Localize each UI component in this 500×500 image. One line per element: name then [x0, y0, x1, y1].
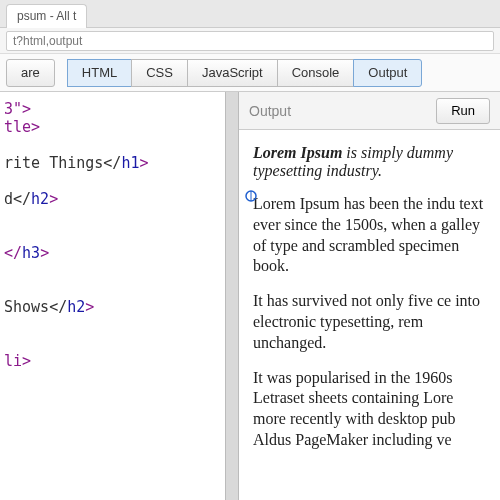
run-button[interactable]: Run: [436, 98, 490, 124]
tab-css[interactable]: CSS: [131, 59, 188, 87]
browser-tab-strip: psum - All t: [0, 0, 500, 28]
intro-paragraph: Lorem Ipsum is simply dummy typesetting …: [253, 144, 486, 180]
code-text: d</h2>: [4, 190, 58, 208]
tab-output[interactable]: Output: [353, 59, 422, 87]
pane-divider[interactable]: [225, 92, 239, 500]
paragraph: It has survived not only five ce into el…: [253, 291, 486, 353]
text-cursor-icon: [245, 188, 257, 200]
url-bar: [0, 28, 500, 54]
paragraph: Lorem Ipsum has been the indu text ever …: [253, 194, 486, 277]
code-editor[interactable]: 3"> tle> rite Things</h1> d</h2> </h3> S…: [0, 92, 225, 500]
toolbar: are HTML CSS JavaScript Console Output: [0, 54, 500, 92]
code-text: 3">: [4, 100, 31, 118]
output-label: Output: [249, 103, 291, 119]
tab-javascript[interactable]: JavaScript: [187, 59, 278, 87]
code-text: rite Things</h1>: [4, 154, 149, 172]
output-body: Lorem Ipsum is simply dummy typesetting …: [239, 130, 500, 500]
paragraph: It was popularised in the 1960s Letraset…: [253, 368, 486, 451]
tab-html[interactable]: HTML: [67, 59, 132, 87]
tab-console[interactable]: Console: [277, 59, 355, 87]
intro-bold: Lorem Ipsum: [253, 144, 342, 161]
code-text: Shows</h2>: [4, 298, 94, 316]
main-area: 3"> tle> rite Things</h1> d</h2> </h3> S…: [0, 92, 500, 500]
code-text: </h3>: [4, 244, 49, 262]
code-text: li>: [4, 352, 31, 370]
output-pane: Output Run Lorem Ipsum is simply dummy t…: [239, 92, 500, 500]
output-header: Output Run: [239, 92, 500, 130]
share-button[interactable]: are: [6, 59, 55, 87]
tab-title: psum - All t: [17, 9, 76, 23]
browser-tab[interactable]: psum - All t: [6, 4, 87, 28]
url-input[interactable]: [6, 31, 494, 51]
code-text: tle>: [4, 118, 40, 136]
